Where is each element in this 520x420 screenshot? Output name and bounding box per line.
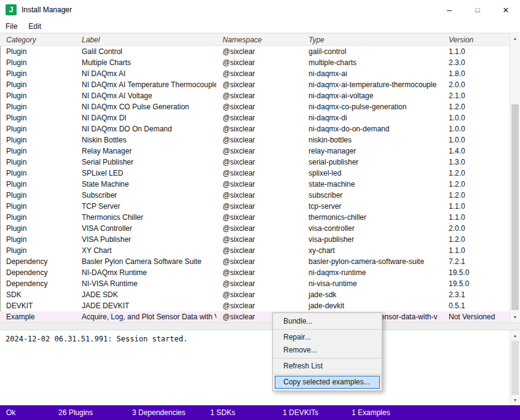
column-header-category[interactable]: Category [0, 36, 76, 44]
column-header-label[interactable]: Label [76, 36, 216, 44]
cell-version: 1.1.0 [443, 46, 510, 57]
table-row[interactable]: PluginNI DAQmx AI@sixclearni-daqmx-ai1.8… [0, 68, 510, 79]
cell-namespace: @sixclear [216, 146, 302, 157]
cell-version: 7.2.1 [443, 256, 510, 267]
table-row[interactable]: SDKJADE SDK@sixclearjade-sdk2.3.1 [0, 289, 510, 300]
table-row[interactable]: PluginNI DAQmx DO On Demand@sixclearni-d… [0, 123, 510, 134]
cell-category: Plugin [0, 179, 76, 190]
cell-label: Thermonics Chiller [76, 212, 216, 223]
table-row[interactable]: PluginMultiple Charts@sixclearmultiple-c… [0, 57, 510, 68]
table-row[interactable]: PluginThermonics Chiller@sixclearthermon… [0, 212, 510, 223]
menu-separator [274, 374, 381, 375]
cell-type: ni-daqmx-di [302, 112, 443, 123]
cell-label: JADE DEVKIT [76, 300, 216, 311]
column-header-version[interactable]: Version [443, 36, 510, 44]
table-row[interactable]: PluginNI DAQmx AI Voltage@sixclearni-daq… [0, 90, 510, 101]
table-row[interactable]: PluginSerial Publisher@sixclearserial-pu… [0, 157, 510, 168]
package-table-body: PluginGalil Control@sixcleargalil-contro… [0, 46, 510, 322]
cell-version: 1.0.0 [443, 123, 510, 134]
table-scrollbar[interactable]: ▲ ▼ [510, 33, 520, 322]
title-bar[interactable]: J Install Manager – □ ✕ [0, 0, 520, 20]
table-row[interactable]: PluginNI DAQmx DI@sixclearni-daqmx-di1.0… [0, 112, 510, 123]
log-scroll-up-button[interactable]: ▲ [510, 330, 520, 341]
cell-category: Plugin [0, 68, 76, 79]
log-scroll-down-button[interactable]: ▼ [510, 395, 520, 405]
close-button[interactable]: ✕ [492, 0, 520, 20]
table-row[interactable]: PluginSPLixel LED@sixclearsplixel-led1.2… [0, 168, 510, 179]
cell-label: Serial Publisher [76, 157, 216, 168]
cell-label: NI DAQmx AI [76, 68, 216, 79]
table-scroll-up-button[interactable]: ▲ [510, 33, 520, 44]
cell-namespace: @sixclear [216, 212, 302, 223]
menu-separator [274, 358, 381, 359]
table-row[interactable]: PluginNI DAQmx AI Temperature Thermocoup… [0, 79, 510, 90]
cell-namespace: @sixclear [216, 68, 302, 79]
table-row[interactable]: PluginXY Chart@sixclearxy-chart1.1.0 [0, 245, 510, 256]
cell-namespace: @sixclear [216, 168, 302, 179]
menu-item-remove[interactable]: Remove... [273, 344, 382, 357]
cell-version: 2.1.0 [443, 90, 510, 101]
cell-category: Plugin [0, 201, 76, 212]
status-item: 1 DEVKITs [283, 408, 318, 417]
table-row[interactable]: PluginGalil Control@sixcleargalil-contro… [0, 46, 510, 57]
menu-item-refresh-list[interactable]: Refresh List [273, 360, 382, 373]
cell-type: xy-chart [302, 245, 443, 256]
cell-label: SPLixel LED [76, 168, 216, 179]
cell-label: Acquire, Log, and Plot Sensor Data with … [76, 311, 216, 322]
column-header-namespace[interactable]: Namespace [216, 36, 302, 44]
cell-namespace: @sixclear [216, 157, 302, 168]
log-scroll-thumb[interactable] [511, 341, 519, 395]
cell-label: Subscriber [76, 190, 216, 201]
status-item: 1 SDKs [210, 408, 235, 417]
menu-item-file[interactable]: File [0, 20, 23, 33]
cell-version: 1.2.0 [443, 179, 510, 190]
cell-type: multiple-charts [302, 57, 443, 68]
menu-item-copy-selected-examples[interactable]: Copy selected examples... [275, 376, 380, 389]
cell-namespace: @sixclear [216, 256, 302, 267]
table-row[interactable]: PluginNiskin Bottles@sixclearniskin-bott… [0, 134, 510, 146]
table-row[interactable]: PluginRelay Manager@sixclearrelay-manage… [0, 146, 510, 157]
table-row[interactable]: PluginNI DAQmx CO Pulse Generation@sixcl… [0, 101, 510, 112]
minimize-button[interactable]: – [435, 0, 463, 20]
table-row[interactable]: DependencyNI-VISA Runtime@sixclearni-vis… [0, 278, 510, 289]
cell-version: 2.0.0 [443, 79, 510, 90]
cell-namespace: @sixclear [216, 101, 302, 112]
table-scroll-thumb[interactable] [511, 104, 519, 310]
menu-item-repair[interactable]: Repair... [273, 331, 382, 344]
table-row[interactable]: PluginVISA Controller@sixclearvisa-contr… [0, 223, 510, 234]
cell-label: Niskin Bottles [76, 134, 216, 146]
cell-version: 1.0.0 [443, 112, 510, 123]
table-scroll-down-button[interactable]: ▼ [510, 312, 520, 322]
cell-label: Galil Control [76, 46, 216, 57]
table-row[interactable]: PluginVISA Publisher@sixclearvisa-publis… [0, 234, 510, 245]
cell-namespace: @sixclear [216, 112, 302, 123]
menu-item-bundle[interactable]: Bundle... [273, 315, 382, 328]
cell-version: 19.5.0 [443, 278, 510, 289]
app-icon-letter: J [9, 6, 14, 14]
pane-splitter[interactable] [0, 322, 520, 330]
cell-label: NI-VISA Runtime [76, 278, 216, 289]
menu-item-edit[interactable]: Edit [23, 20, 47, 33]
cell-version: 2.0.0 [443, 223, 510, 234]
cell-label: TCP Server [76, 201, 216, 212]
cell-version: Not Versioned [443, 311, 510, 322]
table-row[interactable]: DependencyNI-DAQmx Runtime@sixclearni-da… [0, 267, 510, 278]
cell-label: NI-DAQmx Runtime [76, 267, 216, 278]
cell-type: basler-pylon-camera-software-suite [302, 256, 443, 267]
maximize-button[interactable]: □ [463, 0, 492, 20]
log-scrollbar[interactable]: ▲ ▼ [510, 330, 520, 405]
cell-namespace: @sixclear [216, 267, 302, 278]
cell-label: NI DAQmx DO On Demand [76, 123, 216, 134]
table-row[interactable]: DependencyBasler Pylon Camera Software S… [0, 256, 510, 267]
cell-type: ni-daqmx-co-pulse-generation [302, 101, 443, 112]
table-row[interactable]: PluginTCP Server@sixcleartcp-server1.1.0 [0, 201, 510, 212]
cell-label: XY Chart [76, 245, 216, 256]
cell-category: Plugin [0, 112, 76, 123]
table-row[interactable]: PluginState Machine@sixclearstate-machin… [0, 179, 510, 190]
cell-type: jade-sdk [302, 289, 443, 300]
column-header-type[interactable]: Type [302, 36, 443, 44]
table-row[interactable]: DEVKITJADE DEVKIT@sixclearjade-devkit0.5… [0, 300, 510, 311]
cell-type: ni-daqmx-ai [302, 68, 443, 79]
table-row[interactable]: PluginSubscriber@sixclearsubscriber1.2.0 [0, 190, 510, 201]
table-row[interactable]: ExampleAcquire, Log, and Plot Sensor Dat… [0, 311, 510, 322]
